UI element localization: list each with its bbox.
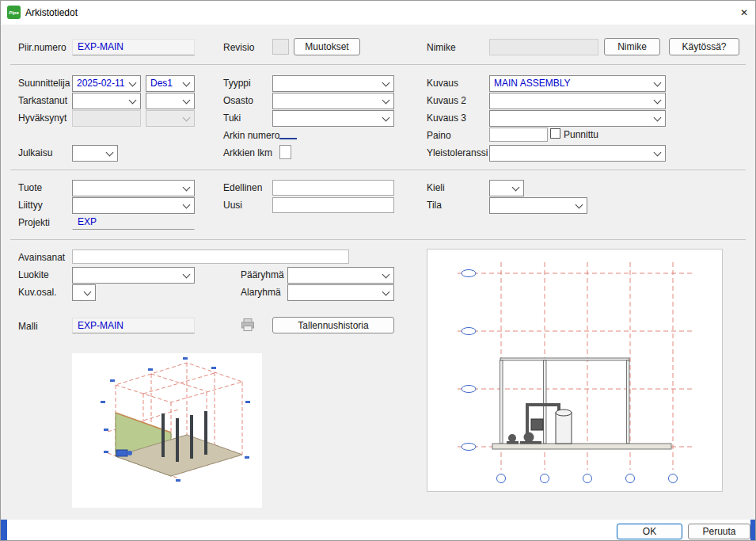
footer-corner-right — [750, 520, 756, 541]
edellinen-label: Edellinen — [223, 182, 262, 193]
tila-combo[interactable] — [489, 197, 587, 214]
muutokset-button[interactable]: Muutokset — [294, 38, 360, 55]
window-title: Arkistotiedot — [25, 7, 78, 18]
kuvaus-value: MAIN ASSEMBLY — [494, 78, 570, 89]
paino-label: Paino — [427, 130, 451, 141]
kuvaus-combo[interactable]: MAIN ASSEMBLY — [489, 75, 666, 92]
revisio-field[interactable] — [272, 39, 289, 55]
alaryhma-combo[interactable] — [287, 284, 394, 301]
iso-preview-image — [72, 353, 262, 508]
punnittu-checkbox[interactable] — [550, 128, 560, 139]
osasto-combo[interactable] — [272, 93, 394, 109]
hyvaksynyt-date-field — [72, 110, 141, 127]
paaryhma-combo[interactable] — [287, 267, 394, 284]
nimike-label: Nimike — [427, 42, 456, 53]
projekti-field: EXP — [72, 214, 195, 230]
tarkastanut-date-combo[interactable] — [72, 93, 141, 109]
suunnittelija-designer-combo[interactable]: Des1 — [146, 75, 195, 92]
tuki-label: Tuki — [223, 112, 241, 124]
kuvaus2-combo[interactable] — [489, 93, 666, 109]
chevron-down-icon — [654, 97, 662, 105]
chevron-down-icon — [512, 184, 520, 192]
kieli-label: Kieli — [427, 182, 445, 193]
kuvaus3-combo[interactable] — [489, 110, 666, 127]
chevron-down-icon — [129, 97, 137, 105]
suunnittelija-label: Suunnittelija — [18, 78, 70, 89]
grid-bubble-icons — [462, 270, 678, 483]
avainsanat-field[interactable] — [72, 250, 349, 264]
print-icon[interactable] — [240, 317, 256, 333]
chevron-down-icon — [183, 271, 191, 279]
kuvaus-label: Kuvaus — [427, 78, 458, 89]
chevron-down-icon — [576, 201, 583, 209]
luokite-combo[interactable] — [72, 267, 195, 284]
chevron-down-icon — [183, 79, 191, 87]
kuvaus2-label: Kuvaus 2 — [427, 95, 466, 106]
footer-corner-left — [1, 520, 7, 541]
chevron-down-icon — [129, 79, 137, 87]
projekti-value: EXP — [78, 216, 97, 227]
chevron-down-icon — [654, 149, 662, 157]
revisio-label: Revisio — [223, 42, 254, 53]
alaryhma-label: Alaryhmä — [241, 287, 281, 298]
edellinen-field[interactable] — [272, 180, 394, 196]
chevron-down-icon — [654, 79, 662, 87]
ok-button[interactable]: OK — [617, 524, 682, 539]
elevation-equipment — [507, 403, 572, 444]
paaryhma-label: Pääryhmä — [241, 269, 284, 280]
chevron-down-icon — [382, 114, 390, 122]
nimike-field[interactable] — [489, 39, 598, 55]
hyvaksynyt-person-combo — [146, 110, 195, 127]
chevron-down-icon — [382, 288, 390, 296]
app-logo-icon: Pipe — [7, 6, 21, 19]
arkkien-lkm-field[interactable] — [279, 145, 291, 159]
chevron-down-icon — [183, 114, 191, 122]
julkaisu-combo[interactable] — [72, 145, 118, 162]
suunnittelija-date-combo[interactable]: 2025-02-11 — [72, 75, 141, 92]
elevation-grid — [458, 262, 693, 470]
yleistoleranssi-label: Yleistoleranssi — [427, 147, 488, 158]
projekti-label: Projekti — [18, 217, 50, 228]
liittyy-combo[interactable] — [72, 197, 195, 214]
kuv-osal-combo[interactable] — [72, 284, 96, 301]
julkaisu-label: Julkaisu — [18, 147, 52, 158]
kieli-combo[interactable] — [489, 180, 524, 196]
separator-3 — [10, 239, 746, 240]
uusi-label: Uusi — [223, 200, 242, 211]
avainsanat-label: Avainsanat — [18, 252, 65, 263]
tuote-label: Tuote — [18, 182, 42, 193]
tarkastanut-person-combo[interactable] — [146, 93, 195, 109]
kuvaus3-label: Kuvaus 3 — [427, 112, 466, 124]
kaytossa-button[interactable]: Käytössä? — [669, 38, 739, 55]
tuki-combo[interactable] — [272, 110, 394, 127]
arkkien-lkm-label: Arkkien lkm — [223, 147, 272, 158]
arkin-numero-field[interactable] — [279, 128, 297, 139]
uusi-field[interactable] — [272, 197, 394, 213]
separator-1 — [10, 64, 746, 65]
tallennushistoria-button[interactable]: Tallennushistoria — [272, 317, 394, 333]
piir-numero-field[interactable]: EXP-MAIN — [72, 39, 195, 55]
arkistotiedot-dialog: Pipe Arkistotiedot ✕ Piir.numero EXP-MAI… — [0, 0, 756, 541]
chevron-down-icon — [382, 97, 390, 105]
arkin-numero-label: Arkin numero — [223, 130, 279, 141]
close-icon[interactable]: ✕ — [735, 5, 753, 21]
yleistoleranssi-combo[interactable] — [489, 145, 666, 162]
chevron-down-icon — [183, 97, 191, 105]
osasto-label: Osasto — [223, 95, 253, 106]
malli-value: EXP-MAIN — [78, 320, 123, 331]
peruuta-button[interactable]: Peruuta — [688, 524, 750, 539]
tyyppi-combo[interactable] — [272, 75, 394, 92]
elevation-preview-image — [427, 249, 723, 492]
piir-numero-label: Piir.numero — [18, 42, 66, 53]
tuote-combo[interactable] — [72, 180, 195, 196]
chevron-down-icon — [183, 184, 191, 192]
paino-field[interactable] — [489, 128, 548, 142]
piir-numero-value: EXP-MAIN — [78, 41, 123, 52]
suunnittelija-date-value: 2025-02-11 — [77, 78, 125, 89]
iso-pump — [116, 450, 132, 456]
elevation-structure — [492, 358, 671, 449]
titlebar: Pipe Arkistotiedot ✕ — [1, 1, 755, 25]
nimike-button[interactable]: Nimike — [604, 38, 660, 55]
liittyy-label: Liittyy — [18, 200, 43, 211]
separator-2 — [10, 170, 746, 170]
